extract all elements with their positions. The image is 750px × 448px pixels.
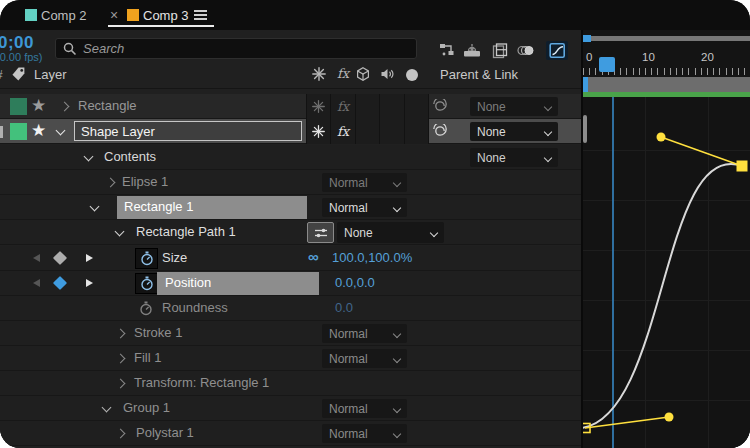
switch-cell[interactable] [380,94,404,119]
close-icon[interactable]: × [110,7,118,23]
stopwatch-button[interactable] [135,273,158,294]
property-group-row-transform-rectangle-1[interactable]: Transform: Rectangle 1 [0,371,582,396]
expand-chevron-icon[interactable] [60,102,70,112]
next-keyframe-icon[interactable] [86,254,93,262]
pick-whip-icon[interactable] [433,99,447,113]
path-options-button[interactable] [307,222,334,243]
keyframe-selected[interactable] [737,161,748,172]
constrain-link-icon[interactable]: ∞ [308,248,319,265]
switch-cell[interactable] [356,119,380,144]
layer-row-shape-layer[interactable]: ★ Shape Layer fx None [0,119,582,144]
work-area-bar[interactable] [583,77,750,92]
property-group-row-rectangle-path-1[interactable]: Rectangle Path 1 None [0,220,582,245]
property-name[interactable]: Position [165,275,211,290]
star-icon[interactable]: ★ [31,95,46,116]
shy-icon[interactable] [461,41,483,60]
group-name[interactable]: Contents [104,149,156,164]
keyframe-diamond-icon[interactable] [53,276,67,290]
tab-comp-2[interactable]: Comp 2 [16,0,104,30]
group-name[interactable]: Polystar 1 [136,425,194,440]
fx-column-header[interactable]: fx [337,66,349,81]
property-row-position[interactable]: Position 0.0,0.0 [0,271,582,296]
bezier-handle-dot[interactable] [665,413,674,422]
quality-sun-icon[interactable] [312,67,326,81]
property-value[interactable]: 0.0 [335,300,353,315]
collapse-chevron-icon[interactable] [102,403,112,413]
solo-circle-icon[interactable] [406,69,418,81]
layer-name-edit-field[interactable]: Shape Layer [74,121,302,141]
property-row-roundness[interactable]: Roundness 0.0 [0,296,582,321]
keyframe-diamond-icon[interactable] [53,251,67,265]
shape-group-row-group-1[interactable]: Group 1 Normal [0,396,582,421]
playhead-marker[interactable] [599,57,615,72]
quality-switch[interactable] [307,119,331,144]
parent-link-column-header[interactable]: Parent & Link [440,67,518,82]
property-name[interactable]: Size [162,250,187,265]
frame-blending-icon[interactable] [489,41,511,60]
blend-mode-dropdown[interactable]: Normal [322,399,407,418]
blend-mode-dropdown[interactable]: Normal [322,424,407,443]
group-name[interactable]: Rectangle 1 [124,199,193,214]
expand-chevron-icon[interactable] [116,329,126,339]
property-value[interactable]: 100.0,100.0% [332,250,412,265]
navigator-start-handle[interactable] [583,35,591,42]
parent-dropdown[interactable]: None [470,97,558,116]
search-input[interactable]: Search [55,38,417,59]
mini-flowchart-icon[interactable] [436,41,458,60]
layer-name[interactable]: Rectangle [78,98,137,113]
blend-mode-dropdown[interactable]: Normal [322,173,407,192]
property-name[interactable]: Roundness [162,300,228,315]
star-icon[interactable]: ★ [31,120,46,141]
property-group-row-fill-1[interactable]: Fill 1 Normal [0,346,582,371]
speed-curve[interactable] [583,164,742,428]
group-name[interactable]: Group 1 [123,400,170,415]
prev-keyframe-icon[interactable] [33,279,40,287]
property-group-row-stroke-1[interactable]: Stroke 1 Normal [0,321,582,346]
timeline-navigator-bar[interactable] [583,36,750,41]
parent-dropdown[interactable]: None [470,148,558,167]
speaker-icon[interactable] [380,67,395,81]
path-select-dropdown[interactable]: None [337,222,444,243]
group-name[interactable]: Transform: Rectangle 1 [134,375,269,390]
graph-plot-area[interactable] [583,97,750,448]
motion-blur-icon[interactable] [515,41,537,60]
next-keyframe-icon[interactable] [86,279,93,287]
expand-chevron-icon[interactable] [106,178,116,188]
cube-3d-icon[interactable] [356,67,370,81]
fx-switch[interactable]: fx [331,94,355,119]
switch-cell[interactable] [356,94,380,119]
collapse-chevron-icon[interactable] [90,202,100,212]
blend-mode-dropdown[interactable]: Normal [322,198,407,217]
shape-group-row-elipse-1[interactable]: Elipse 1 Normal [0,170,582,195]
switch-cell[interactable] [405,119,429,144]
group-name[interactable]: Fill 1 [134,350,161,365]
label-tag-icon[interactable] [10,66,26,82]
stopwatch-icon[interactable] [139,301,153,316]
fx-switch[interactable]: fx [331,119,355,144]
quality-switch[interactable] [307,94,331,119]
expand-chevron-icon[interactable] [116,429,126,439]
bezier-handle-dot[interactable] [657,133,666,142]
layer-row-rectangle[interactable]: ★ Rectangle fx None [0,94,582,119]
group-name[interactable]: Elipse 1 [122,174,168,189]
pick-whip-icon[interactable] [433,124,447,138]
switch-cell[interactable] [405,94,429,119]
layer-color-swatch[interactable] [10,123,27,140]
shape-group-row-polystar-1[interactable]: Polystar 1 Normal [0,421,582,446]
current-time-display[interactable]: 0;00 [0,33,34,53]
property-row-contents[interactable]: Contents None [0,145,582,170]
expand-chevron-icon[interactable] [116,379,126,389]
prev-keyframe-icon[interactable] [33,254,40,262]
blend-mode-dropdown[interactable]: Normal [322,349,407,368]
blend-mode-dropdown[interactable]: Normal [322,324,407,343]
expand-chevron-icon[interactable] [116,354,126,364]
shape-group-row-rectangle-1[interactable]: Rectangle 1 Normal [0,195,582,220]
collapse-chevron-icon[interactable] [56,126,66,136]
graph-editor-icon[interactable] [546,41,568,60]
work-area-start-handle[interactable] [583,77,588,92]
property-row-size[interactable]: Size ∞ 100.0,100.0% [0,246,582,271]
group-name[interactable]: Rectangle Path 1 [136,224,236,239]
panel-menu-icon[interactable] [194,10,207,12]
switch-cell[interactable] [380,119,404,144]
property-value[interactable]: 0.0,0.0 [335,275,375,290]
